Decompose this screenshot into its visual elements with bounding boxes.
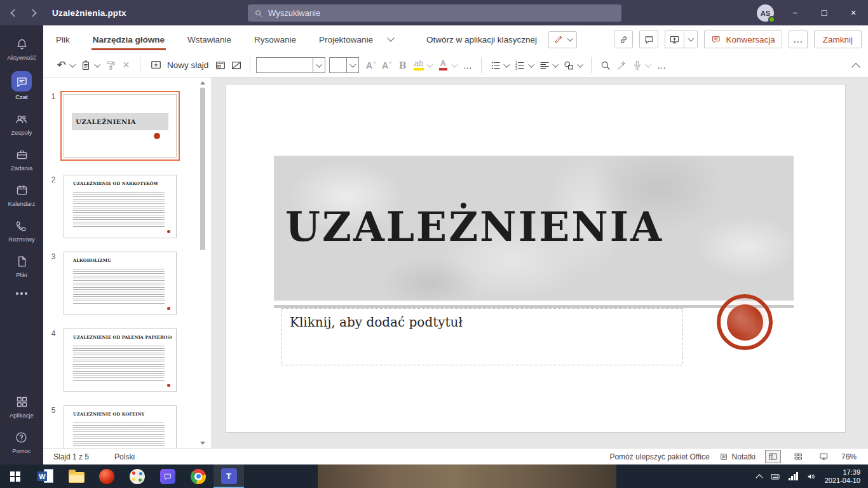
improve-office-link[interactable]: Pomóż ulepszyć pakiet Office	[609, 452, 709, 461]
toolbar-more-button[interactable]: …	[654, 56, 670, 75]
present-button[interactable]	[665, 30, 684, 48]
shapes-dropdown-icon[interactable]	[577, 61, 583, 67]
sidebar-item-teams[interactable]: Zespoły	[11, 111, 32, 136]
conversation-button[interactable]: Konwersacja	[704, 30, 782, 48]
minimize-button[interactable]: −	[780, 0, 810, 25]
taskbar-messages[interactable]	[153, 464, 183, 488]
dictate-dropdown-icon[interactable]	[646, 61, 651, 67]
taskbar-paint[interactable]	[122, 464, 153, 488]
tab-file[interactable]: Plik	[56, 25, 70, 53]
slide-thumbnail-5[interactable]: UZALEŻNIENIE OD KOFEINY	[64, 405, 177, 448]
reset-layout-button[interactable]	[228, 56, 244, 75]
sidebar-item-activity[interactable]: Aktywność	[7, 36, 36, 61]
sidebar-item-apps[interactable]: Aplikacje	[10, 393, 34, 419]
close-window-button[interactable]: ×	[839, 0, 868, 25]
title-banner[interactable]: UZALEŻNIENIA	[274, 156, 794, 301]
tray-expand-icon[interactable]	[756, 474, 763, 481]
network-signal-icon[interactable]	[789, 472, 798, 480]
font-name-dropdown[interactable]	[313, 58, 325, 72]
collapse-ribbon-icon[interactable]	[851, 62, 860, 71]
slide-thumbnail-3[interactable]: ALKOHOLIZMU	[64, 252, 177, 315]
highlight-dropdown-icon[interactable]	[427, 61, 433, 67]
bullets-dropdown-icon[interactable]	[504, 61, 510, 67]
zoom-level[interactable]: 76%	[841, 452, 857, 461]
slide-sorter-view-button[interactable]	[790, 450, 806, 463]
start-button[interactable]	[0, 464, 31, 488]
grow-font-button[interactable]: A˄	[363, 56, 379, 75]
slide-title-text[interactable]: UZALEŻNIENIA	[285, 203, 663, 250]
tab-home[interactable]: Narzędzia główne	[93, 25, 165, 53]
sidebar-item-calls[interactable]: Rozmowy	[8, 217, 35, 243]
sidebar-item-help[interactable]: Pomoc	[12, 429, 31, 454]
sidebar-item-chat[interactable]: Czat	[11, 71, 32, 100]
forward-icon[interactable]	[29, 9, 37, 17]
avatar[interactable]: AS	[757, 4, 774, 22]
sidebar-more-icon[interactable]	[16, 292, 27, 295]
notes-button[interactable]: Notatki	[719, 452, 756, 461]
slideshow-view-button[interactable]	[816, 450, 832, 463]
slide-page[interactable]: UZALEŻNIENIA Kliknij, aby dodać podtytuł	[226, 84, 846, 433]
slide-thumbnail-2[interactable]: UZALEŻNIENIE OD NARKOTYKÓW	[64, 175, 177, 238]
sidebar-item-files[interactable]: Pliki	[13, 253, 30, 278]
comments-button[interactable]	[639, 30, 658, 48]
font-name-combo[interactable]	[256, 57, 325, 73]
paste-dropdown-icon[interactable]	[94, 61, 100, 67]
tab-design[interactable]: Projektowanie	[319, 25, 373, 53]
search-bar[interactable]	[248, 4, 621, 22]
ribbon-more-button[interactable]: …	[789, 30, 808, 48]
font-color-button[interactable]: A	[435, 56, 451, 75]
numbering-dropdown-icon[interactable]	[528, 61, 534, 67]
align-dropdown-icon[interactable]	[553, 61, 559, 67]
undo-button[interactable]: ↶	[53, 56, 69, 75]
tab-insert[interactable]: Wstawianie	[187, 25, 231, 53]
numbering-button[interactable]: 123	[512, 56, 528, 75]
editing-mode-button[interactable]	[548, 31, 578, 48]
font-size-dropdown[interactable]	[346, 58, 358, 72]
find-button[interactable]	[597, 56, 613, 75]
bullets-button[interactable]	[487, 56, 503, 75]
more-tabs-chevron-icon[interactable]	[387, 34, 394, 41]
open-in-desktop-app-link[interactable]: Otwórz w aplikacji klasycznej	[426, 35, 537, 44]
taskbar-teams[interactable]: T	[214, 464, 244, 488]
font-more-button[interactable]: …	[459, 56, 475, 75]
present-dropdown-button[interactable]	[684, 30, 698, 48]
taskbar-browser-red[interactable]	[92, 464, 122, 488]
bold-button[interactable]: B	[395, 56, 410, 75]
font-size-combo[interactable]	[329, 57, 359, 73]
taskbar-chrome[interactable]	[183, 464, 214, 488]
format-painter-button[interactable]	[102, 56, 118, 75]
scroll-up-icon[interactable]	[198, 79, 207, 86]
volume-icon[interactable]	[806, 471, 817, 482]
sidebar-item-calendar[interactable]: Kalendarz	[8, 182, 36, 207]
stamp-decoration[interactable]	[717, 294, 773, 350]
back-icon[interactable]	[10, 9, 18, 17]
undo-dropdown-icon[interactable]	[70, 61, 76, 67]
paste-button[interactable]	[78, 56, 94, 75]
touch-keyboard-icon[interactable]	[770, 471, 780, 482]
sidebar-item-assignments[interactable]: Zadania	[11, 146, 32, 172]
font-color-dropdown-icon[interactable]	[451, 61, 457, 67]
scrollbar-thumb[interactable]	[200, 88, 205, 250]
close-file-button[interactable]: Zamknij	[814, 30, 862, 48]
normal-view-button[interactable]	[765, 450, 781, 463]
maximize-button[interactable]: □	[810, 0, 839, 25]
slide-thumbnail-4[interactable]: UZALEŻNIENIE OD PALENIA PAPIEROSÓW	[64, 329, 177, 392]
new-slide-button[interactable]: Nowy slajd	[150, 59, 208, 71]
align-button[interactable]	[536, 56, 552, 75]
dictate-button[interactable]	[629, 56, 645, 75]
highlight-color-button[interactable]: ab	[410, 56, 426, 75]
slide-thumbnail-1[interactable]: UZALEŻNIENIA	[64, 94, 177, 158]
scroll-down-icon[interactable]	[198, 439, 207, 447]
taskbar-file-explorer[interactable]	[61, 464, 92, 488]
taskbar-clock[interactable]: 17:39 2021-04-10	[825, 468, 860, 485]
layout-button[interactable]	[212, 56, 228, 75]
delete-button[interactable]: ×	[118, 56, 134, 75]
search-input[interactable]	[268, 8, 615, 18]
language-button[interactable]: Polski	[114, 452, 135, 461]
thumbnail-scrollbar[interactable]	[198, 79, 207, 447]
taskbar-word[interactable]: W	[31, 464, 61, 488]
subtitle-placeholder[interactable]: Kliknij, aby dodać podtytuł	[281, 308, 683, 365]
shapes-button[interactable]	[561, 56, 577, 75]
copy-link-button[interactable]	[614, 30, 633, 48]
shrink-font-button[interactable]: A˅	[379, 56, 395, 75]
